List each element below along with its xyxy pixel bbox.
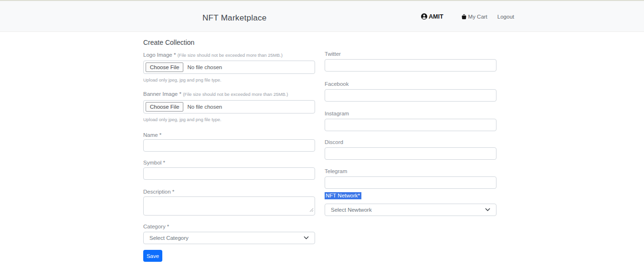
description-field-wrap <box>143 196 315 216</box>
banner-file-input[interactable]: Choose File No file chosen <box>143 100 315 113</box>
logout-label: Logout <box>497 14 514 20</box>
nft-network-label: NFT Network* <box>325 192 361 199</box>
category-label: Category * <box>143 223 315 230</box>
logo-file-input[interactable]: Choose File No file chosen <box>143 61 315 74</box>
name-label: Name * <box>143 132 315 138</box>
chevron-down-icon <box>485 206 490 214</box>
symbol-label: Symbol * <box>143 159 315 166</box>
banner-helper-text: Upload only jpeg, jpg and png file type. <box>143 117 315 123</box>
save-button[interactable]: Save <box>143 250 162 262</box>
nft-network-select[interactable]: Select Newtwork <box>325 204 496 216</box>
banner-file-status: No file chosen <box>187 104 222 110</box>
category-select[interactable]: Select Category <box>143 232 315 244</box>
facebook-field[interactable] <box>325 89 496 102</box>
logo-choose-file-button[interactable]: Choose File <box>146 62 183 72</box>
logo-size-note: (File size should not be exceeded more t… <box>178 52 283 58</box>
user-name: AMIT <box>429 13 443 20</box>
category-selected-value: Select Category <box>149 235 189 241</box>
facebook-label: Facebook <box>325 81 496 87</box>
instagram-field[interactable] <box>325 119 496 131</box>
description-field[interactable] <box>143 196 315 216</box>
form-right-column: Twitter Facebook Instagram Discord Teleg… <box>325 36 496 216</box>
twitter-label: Twitter <box>325 51 496 57</box>
banner-image-label: Banner Image * (File size should not be … <box>143 91 315 98</box>
banner-size-note: (File size should not be exceeded more t… <box>183 92 288 97</box>
symbol-field[interactable] <box>143 167 315 180</box>
twitter-field[interactable] <box>325 59 496 72</box>
top-navbar: NFT Marketplace AMIT My Cart Logout <box>0 0 644 32</box>
description-label: Description * <box>143 188 315 195</box>
logo-image-label: Logo Image * (File size should not be ex… <box>143 51 315 59</box>
my-cart-link[interactable]: My Cart <box>461 14 487 20</box>
banner-choose-file-button[interactable]: Choose File <box>146 102 183 112</box>
logo-file-status: No file chosen <box>187 64 222 70</box>
logo-helper-text: Upload only jpeg, jpg and png file type. <box>143 77 315 83</box>
instagram-label: Instagram <box>325 110 496 117</box>
nft-network-selected-value: Select Newtwork <box>331 207 372 213</box>
page-title: Create Collection <box>143 39 315 46</box>
chevron-down-icon <box>304 234 309 242</box>
navbar-right: AMIT My Cart Logout <box>421 1 514 32</box>
name-field[interactable] <box>143 139 315 152</box>
telegram-field[interactable] <box>325 176 496 189</box>
logout-link[interactable]: Logout <box>497 14 514 20</box>
discord-field[interactable] <box>325 147 496 160</box>
discord-label: Discord <box>325 139 496 145</box>
user-menu[interactable]: AMIT <box>421 13 443 20</box>
telegram-label: Telegram <box>325 168 496 175</box>
my-cart-label: My Cart <box>468 14 487 20</box>
person-circle-icon <box>421 13 427 20</box>
cart-bag-icon <box>461 14 467 20</box>
brand-title: NFT Marketplace <box>202 13 267 23</box>
form-left-column: Create Collection Logo Image * (File siz… <box>143 36 315 262</box>
